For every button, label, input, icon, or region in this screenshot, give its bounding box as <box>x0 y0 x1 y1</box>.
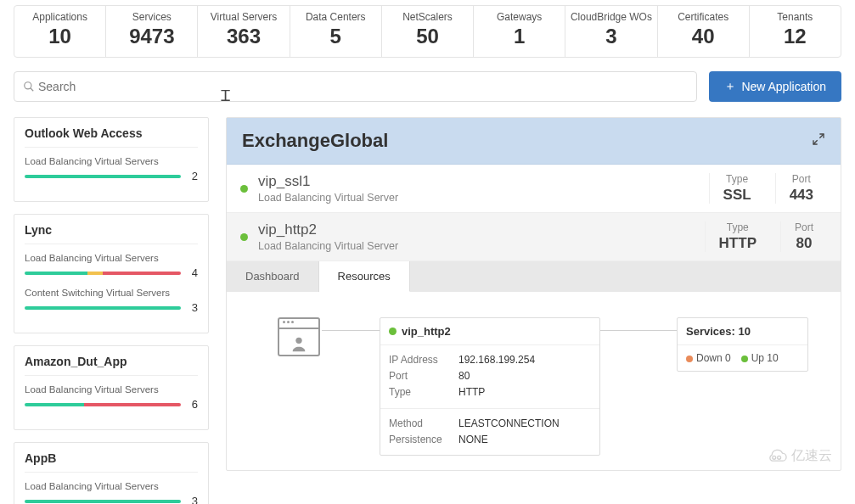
vip-port-value: 443 <box>790 187 813 204</box>
search-box[interactable] <box>14 71 697 102</box>
svg-point-6 <box>778 456 781 459</box>
stat-label: Certificates <box>661 11 745 23</box>
plus-icon: ＋ <box>724 79 736 94</box>
app-card[interactable]: LyncLoad Balancing Virtual Servers4Conte… <box>14 214 209 333</box>
metric-label: Load Balancing Virtual Servers <box>25 481 198 491</box>
svg-line-2 <box>819 134 824 138</box>
connector-line <box>600 330 677 331</box>
expand-icon[interactable] <box>812 132 825 149</box>
connector-line <box>322 330 380 331</box>
stat-cloudbridge-wos[interactable]: CloudBridge WOs3 <box>565 6 657 57</box>
detail-key: IP Address <box>389 352 458 368</box>
stat-value: 40 <box>661 25 745 48</box>
app-card-title: Outlook Web Access <box>25 126 198 148</box>
vip-name: vip_http2 <box>258 221 695 238</box>
metric-count: 2 <box>188 170 198 182</box>
services-down: Down 0 <box>686 352 731 364</box>
metric-bar <box>25 500 181 503</box>
svg-line-1 <box>31 88 34 92</box>
metric-bar <box>25 306 181 310</box>
svg-point-4 <box>295 338 301 344</box>
app-title: ExchangeGlobal <box>242 130 388 152</box>
app-header: ExchangeGlobal <box>227 118 841 165</box>
metric-count: 4 <box>188 266 198 279</box>
vip-port-value: 80 <box>795 235 813 252</box>
detail-key: Port <box>389 368 458 384</box>
app-card-title: Lync <box>25 223 198 244</box>
stat-label: Data Centers <box>294 11 378 23</box>
stat-gateways[interactable]: Gateways1 <box>474 6 565 57</box>
metric-label: Load Balancing Virtual Servers <box>25 253 198 263</box>
vip-type-value: HTTP <box>719 235 757 252</box>
tab-resources[interactable]: Resources <box>319 261 410 292</box>
stat-value: 10 <box>18 25 102 48</box>
detail-row: Port80 <box>389 368 591 384</box>
user-icon <box>290 334 308 353</box>
app-card[interactable]: AppBLoad Balancing Virtual Servers3 <box>14 442 209 504</box>
stat-tenants[interactable]: Tenants12 <box>750 6 841 57</box>
cloud-icon <box>766 449 788 464</box>
detail-value: HTTP <box>458 384 591 400</box>
stat-label: NetScalers <box>385 11 470 23</box>
app-card-title: AppB <box>25 451 198 473</box>
metric-count: 6 <box>188 398 198 411</box>
detail-key: Persistence <box>389 432 458 448</box>
search-row: ＋ New Application <box>14 71 841 102</box>
detail-row: MethodLEASTCONNECTION <box>389 416 591 432</box>
svg-point-5 <box>773 456 776 459</box>
stat-value: 50 <box>385 25 470 48</box>
vip-port-label: Port <box>795 221 813 233</box>
detail-value: 192.168.199.254 <box>458 352 591 368</box>
application-icon <box>278 317 320 356</box>
detail-value: LEASTCONNECTION <box>458 416 591 432</box>
metric-label: Load Balancing Virtual Servers <box>25 384 198 395</box>
stat-netscalers[interactable]: NetScalers50 <box>382 6 474 57</box>
metric-bar <box>25 403 181 406</box>
search-input[interactable] <box>35 75 688 98</box>
vip-row[interactable]: vip_http2Load Balancing Virtual ServerTy… <box>227 213 841 261</box>
app-list: Outlook Web AccessLoad Balancing Virtual… <box>14 117 209 504</box>
status-dot-icon <box>240 185 248 193</box>
stat-services[interactable]: Services9473 <box>106 6 198 57</box>
svg-line-3 <box>813 140 818 144</box>
services-box[interactable]: Services: 10 Down 0 Up 10 <box>677 317 808 372</box>
metric-bar <box>25 175 181 178</box>
vip-type-value: SSL <box>723 187 751 204</box>
vip-port-label: Port <box>790 173 813 185</box>
services-title: Services: 10 <box>678 318 807 345</box>
vip-row[interactable]: vip_ssl1Load Balancing Virtual ServerTyp… <box>227 165 841 213</box>
vip-detail-box[interactable]: vip_http2 IP Address192.168.199.254Port8… <box>380 317 600 456</box>
app-metric: Load Balancing Virtual Servers4 <box>25 253 198 279</box>
metric-label: Content Switching Virtual Servers <box>25 288 198 298</box>
stat-applications[interactable]: Applications10 <box>14 6 106 57</box>
stats-row: Applications10Services9473Virtual Server… <box>14 5 841 58</box>
svg-point-0 <box>25 82 31 89</box>
services-up: Up 10 <box>741 352 779 364</box>
stat-label: Gateways <box>477 11 561 23</box>
status-dot-icon <box>389 328 397 335</box>
stat-data-centers[interactable]: Data Centers5 <box>290 6 382 57</box>
detail-row: TypeHTTP <box>389 384 591 400</box>
stat-virtual-servers[interactable]: Virtual Servers363 <box>198 6 290 57</box>
vip-type-label: Type <box>723 173 751 185</box>
search-icon <box>23 81 35 92</box>
metric-count: 3 <box>188 495 198 504</box>
metric-count: 3 <box>188 301 198 314</box>
metric-label: Load Balancing Virtual Servers <box>25 156 198 166</box>
stat-certificates[interactable]: Certificates40 <box>658 6 750 57</box>
app-metric: Load Balancing Virtual Servers2 <box>25 156 198 182</box>
app-card[interactable]: Amazon_Dut_AppLoad Balancing Virtual Ser… <box>14 345 209 430</box>
detail-value: NONE <box>458 432 591 448</box>
vip-subtitle: Load Balancing Virtual Server <box>258 192 699 204</box>
app-metric: Load Balancing Virtual Servers3 <box>25 481 198 504</box>
stat-value: 12 <box>753 25 837 48</box>
detail-key: Type <box>389 384 458 400</box>
app-card[interactable]: Outlook Web AccessLoad Balancing Virtual… <box>14 117 209 202</box>
tab-dashboard[interactable]: Dashboard <box>227 261 319 292</box>
stat-value: 9473 <box>110 25 194 48</box>
detail-key: Method <box>389 416 458 432</box>
new-application-button[interactable]: ＋ New Application <box>709 71 841 102</box>
tab-bar: DashboardResources <box>227 261 841 292</box>
app-metric: Load Balancing Virtual Servers6 <box>25 384 198 411</box>
app-card-title: Amazon_Dut_App <box>25 355 198 376</box>
